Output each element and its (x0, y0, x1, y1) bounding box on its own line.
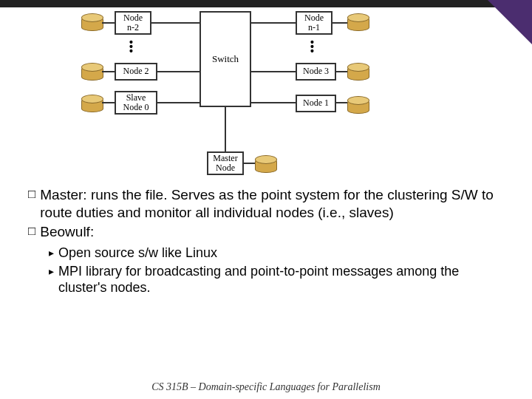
connector (157, 71, 200, 72)
dots-right: ••• (310, 40, 314, 53)
slide-footer: CS 315B – Domain-specific Languages for … (0, 381, 532, 393)
master-node: Master Node (207, 151, 244, 175)
slave-node-0: Slave Node 0 (115, 91, 157, 115)
cluster-diagram: Switch Node n-2 Node 2 Slave Node 0 ••• … (81, 7, 377, 181)
sub-bullet-list: Open source s/w like Linux MPI library f… (49, 245, 502, 296)
node-1: Node 1 (296, 95, 336, 112)
node-n-minus-2: Node n-2 (115, 11, 151, 35)
slide-body: Master: runs the file. Serves as the poi… (28, 186, 502, 298)
sub-bullet-mpi: MPI library for broadcasting and point-t… (49, 263, 502, 296)
connector (336, 71, 347, 72)
connector (336, 102, 347, 103)
dots-left: ••• (129, 40, 133, 53)
disk-icon (347, 13, 368, 33)
connector (332, 22, 347, 24)
switch-box: Switch (200, 11, 251, 107)
disk-icon (81, 95, 102, 114)
node-n-minus-1: Node n-1 (296, 11, 332, 35)
connector (102, 102, 115, 103)
disk-icon (347, 63, 368, 82)
disk-icon (255, 155, 276, 174)
disk-icon (81, 13, 102, 33)
sub-bullet-open-source: Open source s/w like Linux (49, 245, 502, 262)
connector (251, 22, 296, 24)
disk-icon (347, 96, 368, 115)
connector (157, 102, 200, 103)
master-label: Master: (40, 187, 86, 202)
node-3: Node 3 (296, 63, 336, 81)
bullet-master: Master: runs the file. Serves as the poi… (28, 186, 502, 222)
connector (251, 102, 296, 103)
connector (151, 22, 200, 24)
connector (102, 71, 115, 72)
node-2: Node 2 (115, 63, 157, 81)
disk-icon (81, 63, 102, 82)
connector (244, 163, 255, 164)
master-text: runs the file. Serves as the point syste… (40, 187, 494, 220)
connector (102, 22, 115, 24)
bullet-beowulf: Beowulf: (28, 223, 502, 241)
beowulf-label: Beowulf: (40, 224, 94, 239)
connector (225, 107, 226, 151)
connector (251, 71, 296, 72)
slide-corner-decoration (488, 0, 532, 44)
